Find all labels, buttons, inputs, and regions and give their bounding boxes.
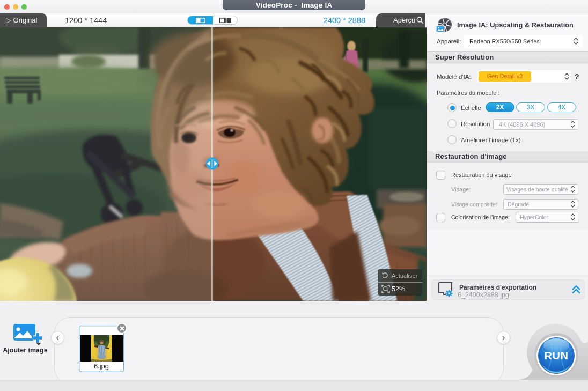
svg-text:RUN: RUN [545, 350, 569, 362]
